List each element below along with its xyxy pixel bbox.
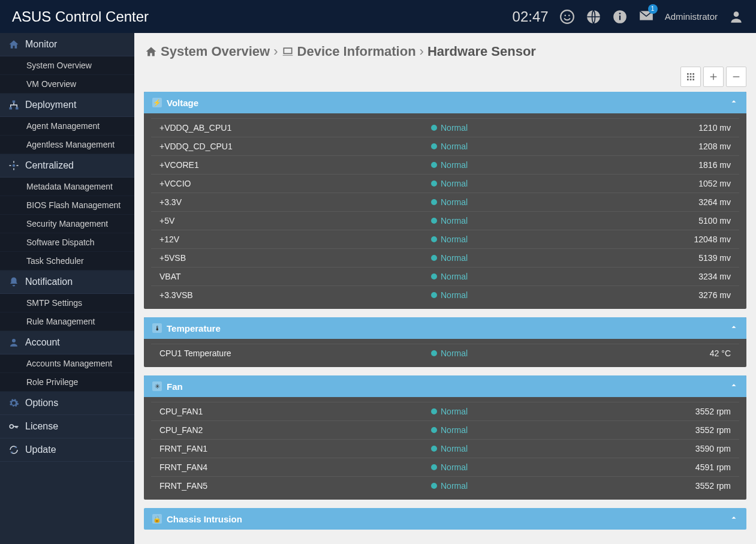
sensor-value: 3590 rpm [659,444,731,453]
svg-point-6 [619,13,621,14]
svg-rect-16 [690,73,692,75]
svg-rect-10 [16,107,19,110]
topbar: ASUS Control Center 02:47 1 Administrato… [0,0,756,33]
nav-sub-system-overview[interactable]: System Overview [0,56,134,75]
svg-rect-21 [687,79,689,80]
status-dot-icon [431,218,437,224]
sensor-status: Normal [431,425,659,435]
nav-sub-rule-management[interactable]: Rule Management [0,312,134,331]
nav-deployment[interactable]: Deployment [0,94,134,117]
nav-label: License [25,421,58,432]
breadcrumb-mid[interactable]: Device Information [297,44,416,59]
nav-sub-security-management[interactable]: Security Management [0,215,134,233]
nav-sub-task-scheduler[interactable]: Task Scheduler [0,252,134,271]
sensor-status: Normal [431,197,659,207]
panel-header[interactable]: ✳Fan [144,375,746,397]
sensor-name: +5VSB [159,253,431,263]
messages-button[interactable]: 1 [638,8,654,26]
sensor-row: CPU_FAN1Normal3552 rpm [151,402,739,421]
status-dot-icon [431,427,437,433]
sensor-name: +12V [159,235,431,244]
nav-sub-agentless-management[interactable]: Agentless Management [0,136,134,154]
sensor-value: 12048 mv [659,235,731,244]
nav-sub-agent-management[interactable]: Agent Management [0,117,134,136]
sensor-value: 3552 rpm [659,481,731,491]
svg-point-0 [561,10,574,23]
sensor-name: +5V [159,216,431,226]
globe-icon[interactable] [586,9,601,25]
nav-label: Notification [25,276,73,287]
nav-options[interactable]: Options [0,392,134,415]
panel-body: CPU1 TemperatureNormal42 °C [144,339,746,367]
nav-sub-accounts-management[interactable]: Accounts Management [0,354,134,373]
nav-sub-smtp-settings[interactable]: SMTP Settings [0,294,134,312]
sensor-status: Normal [431,481,659,491]
sensor-value: 42 °C [659,348,731,358]
sensor-value: 1816 mv [659,160,731,170]
info-icon[interactable] [612,9,628,25]
sensor-status: Normal [431,290,659,300]
sensor-row: +12VNormal12048 mv [151,230,739,249]
sensor-status: Normal [431,348,659,358]
breadcrumb-root[interactable]: System Overview [161,44,270,59]
sensor-name: CPU1 Temperature [159,348,431,358]
nav-label: Deployment [25,100,76,110]
grid-view-button[interactable] [680,67,701,87]
sensor-name: +VCORE1 [159,160,431,170]
nav-centralized[interactable]: Centralized [0,154,134,178]
sensor-name: CPU_FAN1 [159,407,431,416]
sensor-row: +5VSBNormal5139 mv [151,249,739,268]
nav-sub-bios-flash-management[interactable]: BIOS Flash Management [0,196,134,215]
svg-point-11 [13,164,16,167]
sensor-name: +VCCIO [159,179,431,188]
sensor-row: +VCCIONormal1052 mv [151,175,739,193]
sensor-name: +VDDQ_AB_CPU1 [159,123,431,133]
nav-notification[interactable]: Notification [0,271,134,294]
svg-rect-14 [284,48,291,53]
sensor-value: 3552 rpm [659,407,731,416]
nav-monitor[interactable]: Monitor [0,33,134,56]
svg-rect-23 [692,79,694,80]
user-label[interactable]: Administrator [665,11,718,22]
sensor-row: FRNT_FAN1Normal3590 rpm [151,440,739,458]
breadcrumb-sep: › [273,44,278,59]
user-icon[interactable] [728,9,744,25]
expand-all-button[interactable] [703,67,724,87]
panel-title: Fan [167,381,183,392]
nav-license[interactable]: License [0,415,134,438]
sensor-name: FRNT_FAN4 [159,462,431,472]
logo-bold: ASUS [12,8,51,25]
panel-header[interactable]: 🌡Temperature [144,317,746,339]
panel-header[interactable]: 🔒Chassis Intrusion [144,508,746,530]
plus-icon [709,72,718,82]
svg-rect-19 [690,76,692,78]
chevron-up-icon [730,97,738,108]
nav-sub-metadata-management[interactable]: Metadata Management [0,178,134,196]
logo-rest: Control Center [55,8,149,25]
sensor-value: 3234 mv [659,272,731,281]
sensor-status: Normal [431,142,659,151]
panel-title: Voltage [167,98,198,108]
sensor-value: 1052 mv [659,179,731,188]
panel-header[interactable]: ⚡Voltage [144,92,746,113]
key-icon [8,421,19,432]
smile-icon[interactable] [559,9,575,25]
svg-point-12 [12,339,16,342]
sensor-value: 3276 mv [659,290,731,300]
nav-update[interactable]: Update [0,438,134,462]
nav-label: Update [25,444,56,455]
sensor-row: +5VNormal5100 mv [151,212,739,230]
clock: 02:47 [513,8,549,25]
nav-sub-vm-overview[interactable]: VM Overview [0,75,134,94]
sensor-value: 3264 mv [659,197,731,207]
panel-body: CPU_FAN1Normal3552 rpmCPU_FAN2Normal3552… [144,397,746,500]
nav-account[interactable]: Account [0,331,134,354]
sensor-status: Normal [431,123,659,133]
nav-sub-software-dispatch[interactable]: Software Dispatch [0,233,134,252]
nav-label: Centralized [25,160,74,171]
collapse-all-button[interactable] [726,67,746,87]
svg-rect-8 [13,101,16,103]
nav-sub-role-privilege[interactable]: Role Privilege [0,373,134,392]
svg-point-1 [564,14,566,16]
sensor-status: Normal [431,216,659,226]
